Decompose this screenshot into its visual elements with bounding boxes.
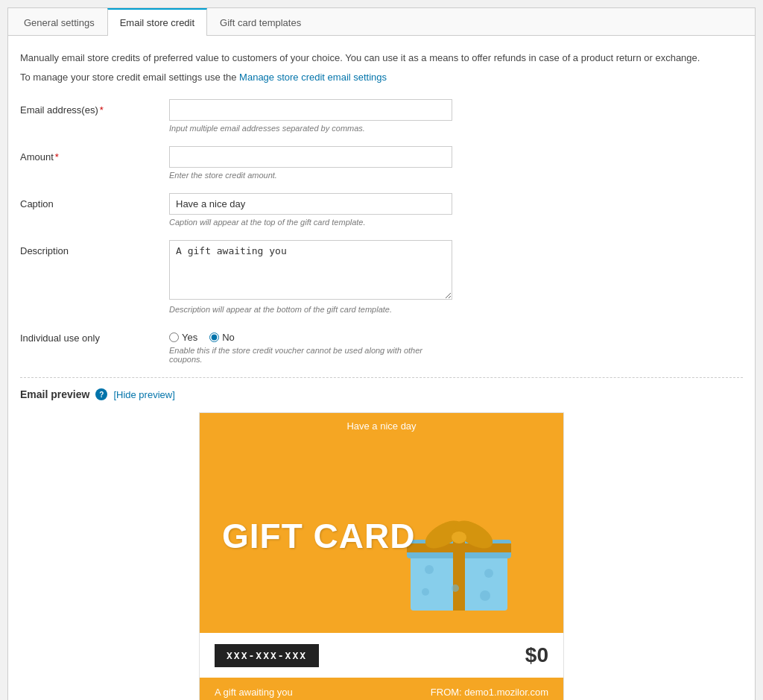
gc-title: GIFT CARD	[222, 517, 415, 555]
preview-title: Email preview	[20, 388, 89, 400]
gc-amount: $0	[525, 643, 548, 667]
tabs-bar: General settings Email store credit Gift…	[8, 8, 755, 36]
email-row: Email address(es)* Input multiple email …	[20, 99, 743, 133]
amount-required-star: *	[55, 151, 59, 163]
gc-footer-from: FROM: demo1.mozilor.com	[431, 687, 548, 698]
gc-footer-description: A gift awaiting you	[215, 687, 293, 698]
help-icon[interactable]: ?	[95, 388, 107, 400]
radio-yes-option[interactable]: Yes	[169, 332, 197, 343]
tab-email-store-credit[interactable]: Email store credit	[107, 8, 207, 36]
page-wrapper: General settings Email store credit Gift…	[7, 7, 756, 700]
manage-link[interactable]: Manage store credit email settings	[239, 72, 387, 83]
amount-hint: Enter the store credit amount.	[169, 171, 452, 180]
radio-no-input[interactable]	[209, 332, 219, 342]
tab-general-settings[interactable]: General settings	[11, 8, 107, 36]
radio-group: Yes No	[169, 327, 452, 343]
svg-point-8	[484, 569, 493, 578]
main-content: Manually email store credits of preferre…	[8, 36, 755, 700]
svg-point-7	[425, 565, 434, 574]
svg-point-6	[452, 532, 466, 543]
svg-point-11	[452, 584, 459, 592]
amount-input[interactable]	[169, 146, 452, 168]
individual-use-row: Individual use only Yes No Enable this i…	[20, 327, 743, 364]
description-line2: To manage your store credit email settin…	[20, 70, 743, 85]
email-input[interactable]	[169, 99, 452, 121]
caption-hint: Caption will appear at the top of the gi…	[169, 218, 452, 227]
caption-input[interactable]	[169, 193, 452, 215]
svg-rect-3	[407, 543, 511, 552]
description-textarea[interactable]: A gift awaiting you	[169, 240, 452, 300]
gc-footer: A gift awaiting you FROM: demo1.mozilor.…	[200, 678, 563, 700]
gc-bottom-bar: XXX-XXX-XXX $0	[200, 633, 563, 678]
radio-no-label: No	[222, 332, 235, 343]
description-field-container: A gift awaiting you Description will app…	[169, 240, 452, 314]
individual-use-field-container: Yes No Enable this if the store credit v…	[169, 327, 452, 364]
amount-label: Amount*	[20, 146, 169, 163]
individual-use-hint: Enable this if the store credit voucher …	[169, 346, 452, 364]
preview-section: Email preview ? [Hide preview] Have a ni…	[20, 377, 743, 700]
hide-preview-link[interactable]: [Hide preview]	[113, 389, 174, 400]
gc-caption-bar: Have a nice day	[200, 413, 563, 439]
caption-field-container: Caption will appear at the top of the gi…	[169, 193, 452, 227]
email-field-container: Input multiple email addresses separated…	[169, 99, 452, 133]
description-row: Description A gift awaiting you Descript…	[20, 240, 743, 314]
gc-gift-box	[399, 499, 519, 618]
svg-point-9	[422, 588, 429, 596]
form-section: Email address(es)* Input multiple email …	[20, 99, 743, 364]
description-line1: Manually email store credits of preferre…	[20, 51, 743, 66]
amount-field-container: Enter the store credit amount.	[169, 146, 452, 180]
radio-no-option[interactable]: No	[209, 332, 235, 343]
gc-code-badge: XXX-XXX-XXX	[215, 644, 319, 667]
amount-row: Amount* Enter the store credit amount.	[20, 146, 743, 180]
caption-row: Caption Caption will appear at the top o…	[20, 193, 743, 227]
gc-image-section: GIFT CARD	[200, 439, 563, 633]
individual-use-label: Individual use only	[20, 327, 169, 344]
radio-yes-label: Yes	[182, 332, 197, 343]
email-hint: Input multiple email addresses separated…	[169, 124, 452, 133]
gift-card-preview: Have a nice day GIFT CARD	[199, 412, 564, 700]
tab-gift-card-templates[interactable]: Gift card templates	[207, 8, 314, 36]
description-label: Description	[20, 240, 169, 256]
radio-yes-input[interactable]	[169, 332, 179, 342]
svg-point-10	[480, 590, 490, 601]
email-required-star: *	[100, 104, 104, 116]
description-hint: Description will appear at the bottom of…	[169, 305, 452, 314]
preview-header: Email preview ? [Hide preview]	[20, 388, 743, 400]
email-label: Email address(es)*	[20, 99, 169, 116]
caption-label: Caption	[20, 193, 169, 209]
